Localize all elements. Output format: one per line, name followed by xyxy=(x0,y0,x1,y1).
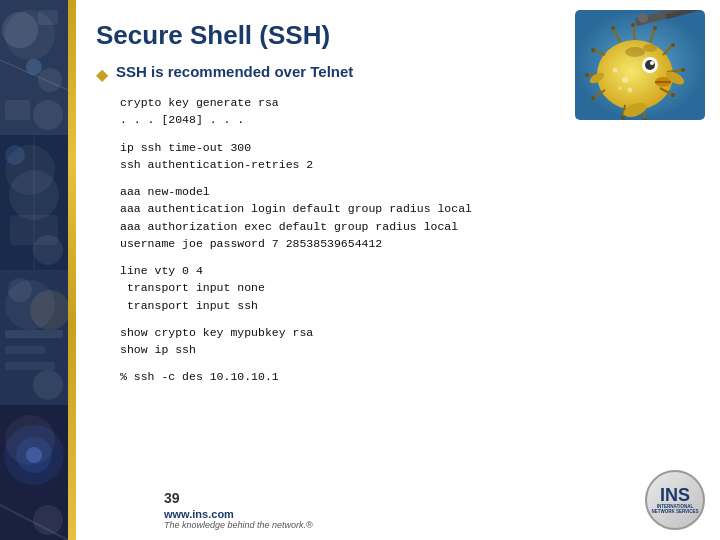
svg-point-48 xyxy=(621,116,625,120)
bullet-text: SSH is recommended over Telnet xyxy=(116,63,353,80)
footer-left: 39 www.ins.com The knowledge behind the … xyxy=(164,490,313,530)
svg-point-60 xyxy=(643,44,657,52)
footer-tagline: The knowledge behind the network.® xyxy=(164,520,313,530)
code-block-5: show crypto key mypubkey rsa show ip ssh xyxy=(120,324,695,359)
svg-point-47 xyxy=(591,96,595,100)
svg-point-42 xyxy=(681,68,685,72)
svg-point-39 xyxy=(631,23,635,27)
sidebar-image-1 xyxy=(0,0,68,135)
svg-point-13 xyxy=(30,290,68,330)
svg-point-4 xyxy=(26,59,42,75)
sidebar-image-3 xyxy=(0,270,68,405)
svg-point-9 xyxy=(5,145,25,165)
code-block-6: % ssh -c des 10.10.10.1 xyxy=(120,368,695,385)
slide-content: Secure Shell (SSH) ◆ SSH is recommended … xyxy=(76,0,720,540)
ins-logo-inner: INS INTERNATIONALNETWORK SERVICES xyxy=(651,486,698,515)
svg-point-51 xyxy=(645,60,655,70)
slide-number: 39 xyxy=(164,490,313,506)
slide-footer: 39 www.ins.com The knowledge behind the … xyxy=(164,470,705,530)
svg-point-1 xyxy=(2,12,38,48)
svg-point-44 xyxy=(611,26,615,30)
left-sidebar xyxy=(0,0,68,540)
svg-point-59 xyxy=(625,47,645,57)
svg-point-41 xyxy=(671,43,675,47)
svg-point-45 xyxy=(591,48,595,52)
svg-rect-16 xyxy=(5,362,55,370)
ins-logo-subtext: INTERNATIONALNETWORK SERVICES xyxy=(651,504,698,515)
code-block-4: line vty 0 4 transport input none transp… xyxy=(120,262,695,314)
svg-point-52 xyxy=(650,61,654,65)
svg-rect-14 xyxy=(5,330,63,338)
svg-point-17 xyxy=(8,278,32,302)
svg-point-2 xyxy=(38,68,62,92)
svg-point-21 xyxy=(26,447,42,463)
svg-point-58 xyxy=(618,86,622,90)
ins-logo: INS INTERNATIONALNETWORK SERVICES xyxy=(645,470,705,530)
code-block-2: ip ssh time-out 300 ssh authentication-r… xyxy=(120,139,695,174)
svg-rect-5 xyxy=(5,100,30,120)
svg-point-56 xyxy=(613,68,618,73)
code-block-3: aaa new-model aaa authentication login d… xyxy=(120,183,695,252)
sidebar-image-2 xyxy=(0,135,68,270)
svg-rect-6 xyxy=(38,10,58,25)
svg-point-40 xyxy=(653,26,657,30)
svg-point-57 xyxy=(628,88,633,93)
svg-point-20 xyxy=(16,437,52,473)
ins-logo-circle: INS INTERNATIONALNETWORK SERVICES xyxy=(645,470,705,530)
bullet-diamond-icon: ◆ xyxy=(96,65,108,84)
svg-point-43 xyxy=(671,93,675,97)
svg-point-19 xyxy=(4,425,64,485)
sidebar-image-4 xyxy=(0,405,68,540)
svg-rect-15 xyxy=(5,346,45,354)
puffer-fish-illustration xyxy=(575,10,705,120)
svg-point-55 xyxy=(622,77,628,83)
ins-logo-text: INS xyxy=(651,486,698,504)
svg-point-46 xyxy=(585,73,589,77)
gold-accent-bar xyxy=(68,0,76,540)
footer-url: www.ins.com xyxy=(164,508,313,520)
